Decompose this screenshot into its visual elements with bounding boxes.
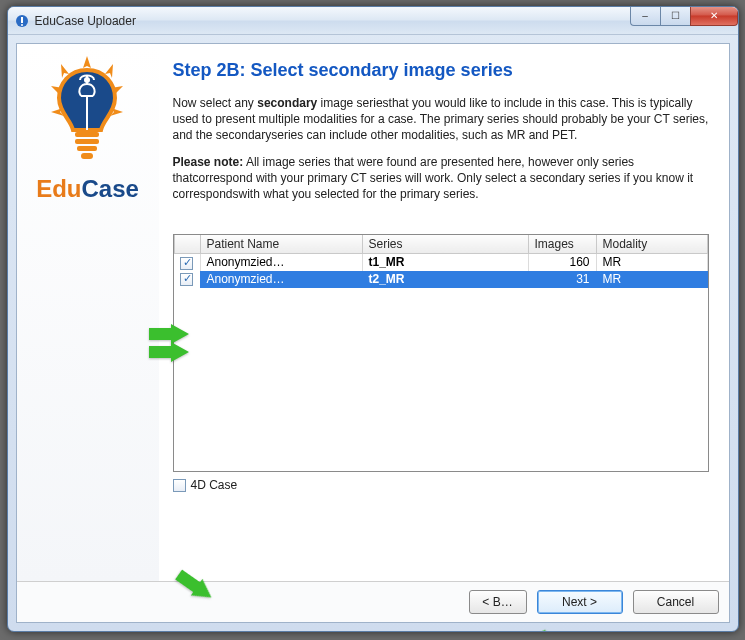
cell-patient: Anonymzied… <box>200 271 362 288</box>
wizard-button-bar: < B… Next > Cancel <box>17 581 729 622</box>
svg-point-10 <box>84 77 90 83</box>
text: Now select any <box>173 96 258 110</box>
wizard-body: Step 2B: Select secondary image series N… <box>159 44 729 581</box>
fourd-case-option[interactable]: 4D Case <box>173 478 709 492</box>
application-window: EduCase Uploader – ☐ ✕ <box>7 6 739 632</box>
text-bold: secondary <box>257 96 317 110</box>
app-icon <box>14 13 30 29</box>
svg-rect-12 <box>75 139 99 144</box>
cell-series: t2_MR <box>362 271 528 288</box>
col-modality[interactable]: Modality <box>596 235 707 254</box>
bulb-icon <box>47 56 127 166</box>
wizard-frame: EduCase Step 2B: Select secondary image … <box>16 43 730 623</box>
text: All image series that were found are pre… <box>173 155 694 201</box>
cancel-button[interactable]: Cancel <box>633 590 719 614</box>
col-series[interactable]: Series <box>362 235 528 254</box>
pointer-arrow-icon <box>514 624 553 632</box>
table-row[interactable]: Anonymzied… t1_MR 160 MR <box>174 254 707 271</box>
col-images[interactable]: Images <box>528 235 596 254</box>
intro-paragraph: Now select any secondary image seriestha… <box>173 95 709 144</box>
row-checkbox[interactable] <box>180 273 193 286</box>
next-button[interactable]: Next > <box>537 590 623 614</box>
logo-text-case: Case <box>81 175 138 202</box>
sidebar: EduCase <box>17 44 159 581</box>
cell-images: 31 <box>528 271 596 288</box>
cell-series: t1_MR <box>362 254 528 271</box>
maximize-button[interactable]: ☐ <box>660 6 690 26</box>
minimize-button[interactable]: – <box>630 6 660 26</box>
row-checkbox[interactable] <box>180 257 193 270</box>
svg-marker-18 <box>514 624 553 632</box>
svg-rect-14 <box>81 153 93 159</box>
svg-marker-3 <box>83 56 91 68</box>
cell-modality: MR <box>596 271 707 288</box>
svg-point-2 <box>21 24 23 26</box>
cell-modality: MR <box>596 254 707 271</box>
series-table[interactable]: Patient Name Series Images Modality <box>173 234 709 472</box>
close-button[interactable]: ✕ <box>690 6 738 26</box>
text-bold: Please note: <box>173 155 244 169</box>
step-title: Step 2B: Select secondary image series <box>173 60 709 81</box>
svg-rect-11 <box>75 132 99 137</box>
logo: EduCase <box>36 56 139 203</box>
fourd-checkbox[interactable] <box>173 479 186 492</box>
note-paragraph: Please note: All image series that were … <box>173 154 709 203</box>
svg-rect-1 <box>21 17 23 23</box>
col-patient-name[interactable]: Patient Name <box>200 235 362 254</box>
cell-patient: Anonymzied… <box>200 254 362 271</box>
fourd-label: 4D Case <box>191 478 238 492</box>
window-controls: – ☐ ✕ <box>630 6 738 26</box>
svg-rect-13 <box>77 146 97 151</box>
title-bar[interactable]: EduCase Uploader – ☐ ✕ <box>8 7 738 35</box>
col-checkbox[interactable] <box>174 235 200 254</box>
back-button[interactable]: < B… <box>469 590 527 614</box>
table-row-selected[interactable]: Anonymzied… t2_MR 31 MR <box>174 271 707 288</box>
logo-text-edu: Edu <box>36 175 81 202</box>
cell-images: 160 <box>528 254 596 271</box>
